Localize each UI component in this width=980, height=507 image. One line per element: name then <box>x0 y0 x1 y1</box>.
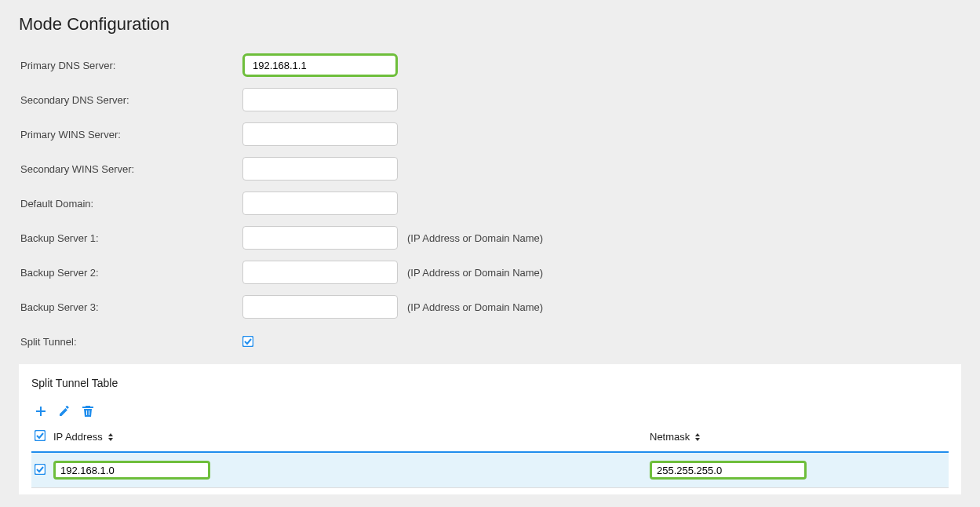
split-tunnel-panel: Split Tunnel Table IP Address <box>19 364 961 494</box>
page-title: Mode Configuration <box>19 14 961 35</box>
column-header-ip-label: IP Address <box>53 431 103 443</box>
svg-rect-2 <box>35 464 46 474</box>
column-header-ip[interactable]: IP Address <box>53 431 650 443</box>
checked-checkbox-icon <box>35 430 46 441</box>
table-header: IP Address Netmask <box>31 425 949 453</box>
input-backup3[interactable] <box>242 295 398 319</box>
row-netmask-input[interactable] <box>650 461 807 480</box>
delete-row-button[interactable] <box>82 405 94 418</box>
row-split-tunnel: Split Tunnel: <box>19 330 961 353</box>
edit-icon <box>58 405 71 418</box>
column-header-netmask-label: Netmask <box>650 431 690 443</box>
row-backup3: Backup Server 3: (IP Address or Domain N… <box>19 295 961 319</box>
input-backup2[interactable] <box>242 261 398 284</box>
input-primary-wins[interactable] <box>242 122 398 146</box>
input-secondary-wins[interactable] <box>242 157 398 181</box>
table-row <box>31 453 949 488</box>
label-backup2: Backup Server 2: <box>19 267 242 279</box>
row-primary-dns: Primary DNS Server: <box>19 53 961 77</box>
hint-backup2: (IP Address or Domain Name) <box>407 267 543 279</box>
label-primary-wins: Primary WINS Server: <box>19 129 242 140</box>
hint-backup1: (IP Address or Domain Name) <box>407 232 543 244</box>
checkbox-split-tunnel[interactable] <box>242 336 253 347</box>
checked-checkbox-icon <box>242 336 253 347</box>
column-header-netmask[interactable]: Netmask <box>650 431 701 443</box>
plus-icon <box>35 405 47 418</box>
row-secondary-dns: Secondary DNS Server: <box>19 88 961 111</box>
edit-row-button[interactable] <box>58 405 71 418</box>
row-backup1: Backup Server 1: (IP Address or Domain N… <box>19 226 961 250</box>
input-primary-dns[interactable] <box>242 53 398 77</box>
split-tunnel-title: Split Tunnel Table <box>31 377 949 389</box>
label-default-domain: Default Domain: <box>19 198 242 210</box>
row-backup2: Backup Server 2: (IP Address or Domain N… <box>19 261 961 284</box>
label-backup1: Backup Server 1: <box>19 232 242 244</box>
sort-icon <box>694 433 701 441</box>
select-all-checkbox[interactable] <box>35 430 53 443</box>
label-primary-dns: Primary DNS Server: <box>19 60 242 71</box>
row-default-domain: Default Domain: <box>19 191 961 215</box>
row-secondary-wins: Secondary WINS Server: <box>19 157 961 181</box>
row-primary-wins: Primary WINS Server: <box>19 122 961 146</box>
checked-checkbox-icon <box>35 464 46 475</box>
label-split-tunnel: Split Tunnel: <box>19 336 242 348</box>
input-backup1[interactable] <box>242 226 398 250</box>
trash-icon <box>82 405 94 418</box>
row-checkbox[interactable] <box>35 464 53 477</box>
input-default-domain[interactable] <box>242 191 398 215</box>
sort-icon <box>107 433 114 441</box>
hint-backup3: (IP Address or Domain Name) <box>407 301 543 313</box>
input-secondary-dns[interactable] <box>242 88 398 111</box>
add-row-button[interactable] <box>35 405 47 418</box>
svg-rect-0 <box>243 337 253 347</box>
table-toolbar <box>31 405 949 425</box>
label-secondary-dns: Secondary DNS Server: <box>19 94 242 106</box>
label-backup3: Backup Server 3: <box>19 301 242 313</box>
svg-rect-1 <box>35 431 46 441</box>
label-secondary-wins: Secondary WINS Server: <box>19 163 242 175</box>
row-ip-input[interactable] <box>53 461 210 480</box>
